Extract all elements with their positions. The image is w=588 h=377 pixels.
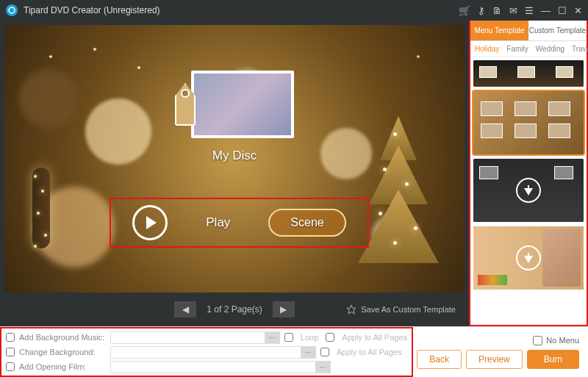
category-wedding[interactable]: Wedding (536, 45, 564, 53)
no-menu-label: No Menu (546, 336, 579, 345)
preview-panel: My Disc Play Scene ◀ 1 of 2 Page(s) ▶ Sa… (0, 21, 469, 326)
disc-title[interactable]: My Disc (212, 148, 257, 163)
title-thumbnail[interactable] (175, 71, 294, 138)
bg-field[interactable]: ··· (110, 346, 316, 359)
browse-button[interactable]: ··· (301, 347, 315, 358)
tab-custom-template[interactable]: Custom Template (528, 21, 587, 40)
cart-icon[interactable]: 🛒 (459, 5, 470, 16)
tab-menu-template[interactable]: Menu Template (470, 21, 528, 40)
pager-bar: ◀ 1 of 2 Page(s) ▶ Save As Custom Templa… (4, 297, 465, 322)
browse-button[interactable]: ··· (315, 362, 330, 373)
page-next-button[interactable]: ▶ (273, 301, 295, 317)
maximize-icon[interactable]: ☐ (558, 5, 567, 16)
play-label[interactable]: Play (206, 215, 230, 230)
category-holiday[interactable]: Holiday (475, 45, 499, 53)
reindeer-decoration (19, 131, 71, 263)
star-icon (346, 304, 356, 315)
app-title: Tipard DVD Creator (Unregistered) (24, 5, 459, 15)
bgm-field[interactable]: ··· (110, 331, 280, 344)
menu-icon[interactable]: ☰ (525, 5, 534, 16)
close-icon[interactable]: ✕ (574, 5, 582, 16)
opening-film-label: Add Opening Film: (19, 362, 106, 371)
bottom-bar: Add Background Music: ··· Loop Apply to … (0, 326, 588, 377)
options-area: Add Background Music: ··· Loop Apply to … (0, 327, 413, 377)
template-item[interactable] (473, 60, 584, 87)
page-prev-button[interactable]: ◀ (174, 301, 196, 317)
apply-all-checkbox[interactable] (320, 348, 329, 356)
preview-button[interactable]: Preview (466, 350, 523, 369)
key-icon[interactable]: ⚷ (478, 5, 485, 16)
add-bgm-checkbox[interactable] (6, 333, 15, 342)
christmas-tree-decoration (351, 116, 446, 278)
category-travel[interactable]: Travel (572, 45, 588, 53)
app-logo (6, 4, 18, 16)
category-family[interactable]: Family (506, 45, 528, 53)
apply-all-label: Apply to All Pages (342, 333, 407, 342)
back-button[interactable]: Back (417, 350, 462, 369)
browse-button[interactable]: ··· (265, 332, 279, 343)
loop-label: Loop (301, 333, 318, 342)
apply-all-label: Apply to All Pages (337, 348, 402, 356)
apply-all-checkbox[interactable] (326, 333, 334, 342)
title-bar: Tipard DVD Creator (Unregistered) 🛒 ⚷ 🗎 … (0, 0, 588, 21)
change-bg-label: Change Background: (19, 348, 106, 356)
add-bgm-label: Add Background Music: (19, 333, 106, 342)
change-bg-checkbox[interactable] (6, 348, 15, 356)
loop-checkbox[interactable] (284, 333, 293, 342)
play-scene-highlight: Play Scene (110, 198, 369, 248)
svg-point-0 (9, 7, 15, 13)
play-icon[interactable] (132, 205, 168, 240)
no-menu-option[interactable]: No Menu (533, 336, 579, 345)
page-status: 1 of 2 Page(s) (207, 304, 262, 315)
template-item[interactable] (473, 91, 584, 154)
download-icon (516, 178, 541, 203)
page-icon[interactable]: 🗎 (492, 5, 502, 16)
minimize-icon[interactable]: — (541, 5, 551, 16)
chat-icon[interactable]: ✉ (509, 5, 517, 16)
category-row: Holiday Family Wedding Travel (470, 41, 587, 57)
film-field[interactable]: ··· (110, 361, 331, 373)
download-icon (516, 245, 541, 270)
template-item[interactable] (473, 159, 584, 222)
burn-button[interactable]: Burn (527, 350, 579, 369)
menu-canvas: My Disc Play Scene (4, 25, 465, 292)
no-menu-checkbox[interactable] (533, 336, 542, 345)
svg-marker-1 (347, 305, 356, 314)
scene-button[interactable]: Scene (268, 209, 345, 237)
template-panel: Menu Template Custom Template Holiday Fa… (469, 21, 588, 326)
template-item[interactable] (473, 226, 584, 290)
opening-film-checkbox[interactable] (6, 362, 15, 371)
save-as-template-button[interactable]: Save As Custom Template (346, 304, 456, 315)
